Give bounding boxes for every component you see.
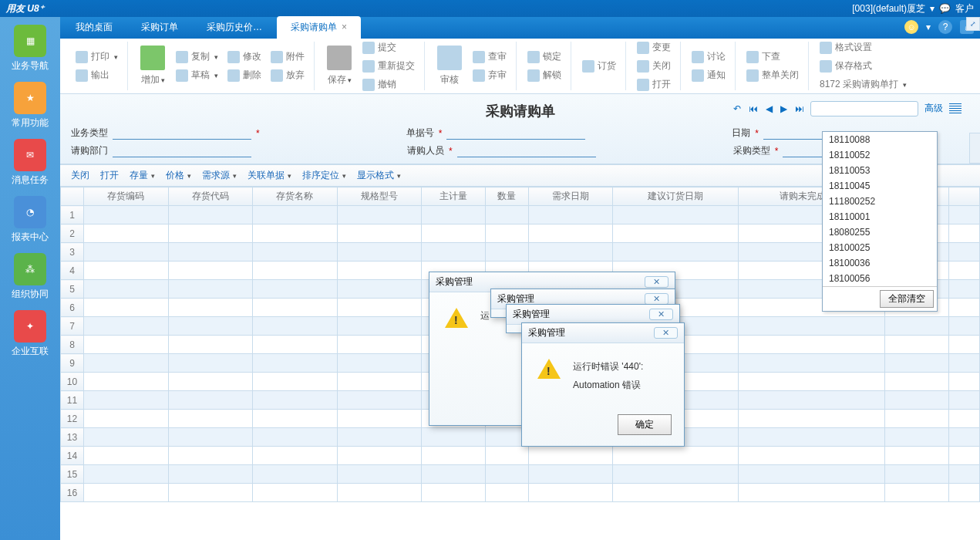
grid-cell[interactable] [485, 484, 528, 502]
grid-cell[interactable] [422, 224, 486, 243]
grid-cell[interactable] [613, 224, 739, 243]
grid-cell[interactable] [253, 354, 338, 373]
grid-cell[interactable] [253, 484, 338, 502]
list-icon[interactable] [949, 103, 961, 114]
grid-cell[interactable] [485, 447, 528, 465]
row-number[interactable]: 9 [61, 354, 84, 373]
first-icon[interactable]: ⏮ [747, 102, 759, 116]
grid-cell[interactable] [739, 391, 885, 410]
grid-cell[interactable] [337, 410, 422, 428]
grid-cell[interactable] [485, 206, 528, 224]
account-info[interactable]: [003](default)厦芝 [852, 2, 925, 15]
sidebar-fav[interactable]: ★常用功能 [7, 79, 53, 133]
grid-cell[interactable] [885, 484, 949, 502]
prev-icon[interactable]: ◀ [764, 102, 774, 116]
sidebar-link[interactable]: ✦企业互联 [7, 307, 53, 361]
grid-cell[interactable] [253, 410, 338, 428]
smiley-icon[interactable]: ☺ [904, 20, 918, 34]
tabs-dropdown-icon[interactable]: ▾ [926, 22, 931, 32]
grid-cell[interactable] [739, 410, 885, 428]
grid-demand[interactable]: 需求源 ▾ [202, 169, 237, 182]
dialog-close-icon[interactable]: ✕ [649, 309, 673, 320]
grid-cell[interactable] [337, 447, 422, 465]
row-number[interactable]: 10 [61, 373, 84, 391]
grid-header[interactable]: 存货名称 [253, 187, 338, 206]
sidebar-msg[interactable]: ✉消息任务 [7, 136, 53, 190]
biz-type-input[interactable] [113, 127, 251, 140]
check-button[interactable]: 查审 [468, 48, 511, 66]
grid-cell[interactable] [885, 373, 949, 391]
grid-cell[interactable] [885, 447, 949, 465]
next-query-button[interactable]: 下查 [742, 48, 803, 66]
grid-cell[interactable] [528, 484, 613, 502]
grid-cell[interactable] [337, 484, 422, 502]
grid-cell[interactable] [168, 243, 253, 262]
grid-price[interactable]: 价格 ▾ [166, 169, 191, 182]
chat-icon[interactable]: 💬 [939, 3, 951, 14]
grid-cell[interactable] [168, 336, 253, 354]
grid-cell[interactable] [168, 373, 253, 391]
grid-cell[interactable] [739, 336, 885, 354]
undo-icon[interactable]: ↶ [732, 102, 743, 116]
row-number[interactable]: 7 [61, 317, 84, 336]
grid-header[interactable]: 建议订货日期 [613, 187, 739, 206]
whole-close-button[interactable]: 整单关闭 [742, 66, 803, 84]
grid-cell[interactable] [885, 391, 949, 410]
grid-cell[interactable] [422, 465, 486, 484]
grid-cell[interactable] [168, 410, 253, 428]
grid-cell[interactable] [84, 428, 169, 447]
grid-cell[interactable] [422, 484, 486, 502]
row-number[interactable]: 14 [61, 447, 84, 465]
grid-cell[interactable] [337, 206, 422, 224]
grid-cell[interactable] [84, 373, 169, 391]
grid-cell[interactable] [528, 465, 613, 484]
grid-cell[interactable] [84, 336, 169, 354]
delete-button[interactable]: 删除 [223, 66, 266, 84]
grid-cell[interactable] [84, 299, 169, 317]
grid-header[interactable]: 规格型号 [337, 187, 422, 206]
dropdown-item[interactable]: 18100036 [823, 255, 937, 271]
grid-cell[interactable] [84, 243, 169, 262]
grid-cell[interactable] [253, 206, 338, 224]
grid-open[interactable]: 打开 [100, 169, 119, 182]
grid-cell[interactable] [885, 354, 949, 373]
dropdown-item[interactable]: 18110053 [823, 163, 937, 178]
grid-cell[interactable] [84, 317, 169, 336]
resubmit-button[interactable]: 重新提交 [358, 57, 419, 75]
grid-cell[interactable] [253, 262, 338, 280]
grid-cell[interactable] [253, 243, 338, 262]
dept-input[interactable] [113, 145, 251, 157]
submit-button[interactable]: 提交 [358, 39, 419, 56]
grid-cell[interactable] [885, 336, 949, 354]
grid-cell[interactable] [613, 465, 739, 484]
grid-cell[interactable] [739, 354, 885, 373]
help-icon[interactable]: ? [938, 20, 952, 34]
grid-cell[interactable] [253, 447, 338, 465]
row-number[interactable]: 6 [61, 299, 84, 317]
grid-cell[interactable] [337, 354, 422, 373]
grid-cell[interactable] [253, 391, 338, 410]
grid-cell[interactable] [168, 280, 253, 299]
grid-expand-icon[interactable]: ⤢ [966, 17, 980, 31]
row-number[interactable]: 13 [61, 428, 84, 447]
dropdown-item[interactable]: 18110045 [823, 178, 937, 194]
grid-cell[interactable] [337, 391, 422, 410]
grid-cell[interactable] [168, 447, 253, 465]
grid-cell[interactable] [485, 465, 528, 484]
grid-cell[interactable] [528, 206, 613, 224]
dropdown-item[interactable]: 18110052 [823, 147, 937, 163]
grid-cell[interactable] [528, 447, 613, 465]
row-number[interactable]: 5 [61, 280, 84, 299]
grid-cell[interactable] [613, 206, 739, 224]
grid-cell[interactable] [253, 224, 338, 243]
grid-cell[interactable] [168, 299, 253, 317]
grid-cell[interactable] [84, 410, 169, 428]
grid-cell[interactable] [739, 373, 885, 391]
grid-header[interactable]: 存货代码 [168, 187, 253, 206]
grid-cell[interactable] [485, 224, 528, 243]
grid-cell[interactable] [528, 224, 613, 243]
grid-cell[interactable] [253, 299, 338, 317]
row-number[interactable]: 4 [61, 262, 84, 280]
grid-sort[interactable]: 排序定位 ▾ [302, 169, 346, 182]
copy-button[interactable]: 复制▾ [171, 48, 223, 66]
